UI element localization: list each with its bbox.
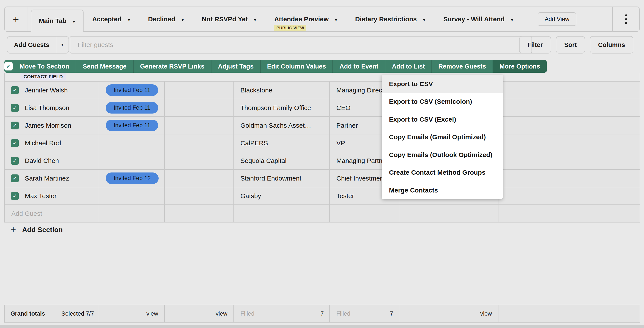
invite-status-cell[interactable]: Invited Feb 11 — [99, 117, 165, 134]
company-cell[interactable]: Stanford Endowment — [234, 170, 330, 187]
chevron-down-icon — [334, 16, 338, 23]
invite-status-cell[interactable] — [99, 152, 165, 169]
guest-management-screen: { "view_tabs": { "add_tab_label": "+", "… — [0, 0, 644, 328]
view-tab[interactable]: Accepted — [84, 7, 140, 31]
title-col-summary[interactable]: Filled 7 — [330, 305, 399, 322]
empty-cell[interactable] — [99, 205, 165, 222]
view-tab-label: Not RSVPd Yet — [202, 16, 248, 23]
invite-status-cell[interactable]: Invited Feb 11 — [99, 99, 165, 116]
add-guests-split-button[interactable]: Add Guests — [7, 36, 69, 54]
guest-name: Sarah Martinez — [25, 175, 69, 182]
view-tab[interactable]: Declined — [140, 7, 193, 31]
add-section-button[interactable]: Add Section — [10, 223, 63, 236]
bulk-action-button[interactable]: Generate RSVP Links — [133, 60, 211, 73]
empty-cell[interactable] — [234, 205, 330, 222]
add-view-button[interactable]: Add View — [538, 12, 576, 26]
invite-status-cell[interactable] — [99, 187, 165, 204]
bulk-action-button[interactable]: Move To Section — [12, 60, 76, 73]
contact-field-chip: CONTACT FIELD — [20, 73, 66, 80]
company-cell[interactable]: Gatsby — [234, 187, 330, 204]
guest-rows: Jennifer Walsh Invited Feb 11 Blackstone… — [5, 82, 640, 205]
bulk-action-button[interactable]: Adjust Tags — [211, 60, 260, 73]
company-col-summary[interactable]: Filled 7 — [234, 305, 330, 322]
empty-cell[interactable] — [330, 205, 399, 222]
empty-cell[interactable] — [165, 82, 234, 99]
company-cell[interactable]: Goldman Sachs Asset… — [234, 117, 330, 134]
add-guests-label[interactable]: Add Guests — [8, 36, 56, 53]
empty-cell[interactable] — [498, 170, 640, 187]
filter-button[interactable]: Filter — [519, 36, 551, 54]
empty-cell[interactable] — [498, 187, 640, 204]
company-cell[interactable]: Blackstone — [234, 82, 330, 99]
empty-cell[interactable] — [399, 205, 498, 222]
add-tab-button[interactable]: + — [5, 7, 28, 31]
bulk-action-button[interactable]: Send Message — [76, 60, 133, 73]
invite-status-cell[interactable]: Invited Feb 11 — [99, 82, 165, 99]
add-guest-cell[interactable]: Add Guest — [5, 205, 99, 222]
row-checkbox[interactable] — [11, 192, 19, 200]
empty-cell[interactable] — [165, 187, 234, 204]
company-cell[interactable]: CalPERS — [234, 134, 330, 152]
guest-name-cell[interactable]: Michael Rod — [5, 134, 99, 152]
empty-cell[interactable] — [498, 117, 640, 134]
view-tab[interactable]: Dietary Restrictions — [346, 7, 434, 31]
menu-item[interactable]: Merge Contacts — [382, 182, 503, 199]
menu-item[interactable]: Export to CSV (Semicolon) — [382, 93, 503, 111]
menu-item[interactable]: Copy Emails (Outlook Optimized) — [382, 146, 503, 164]
view-tab-label: Attendee Preview — [274, 16, 328, 23]
row-checkbox[interactable] — [11, 157, 19, 165]
empty-cell[interactable] — [498, 205, 640, 222]
row-checkbox[interactable] — [11, 122, 19, 130]
empty-cell[interactable] — [165, 205, 234, 222]
guest-name-cell[interactable]: Max Tester — [5, 187, 99, 204]
view-tab[interactable]: Attendee Preview PUBLIC VIEW — [266, 7, 346, 31]
guest-name-cell[interactable]: Sarah Martinez — [5, 170, 99, 187]
invite-status-cell[interactable] — [99, 134, 165, 152]
row-checkbox[interactable] — [11, 104, 19, 112]
company-cell[interactable]: Sequoia Capital — [234, 152, 330, 169]
empty-cell[interactable] — [498, 152, 640, 169]
bulk-action-button[interactable]: More Options — [492, 60, 547, 73]
guest-table: CONTACT FIELD Jennifer Walsh Invited Feb… — [4, 73, 640, 222]
bulk-action-button[interactable]: Add to Event — [332, 60, 385, 73]
guest-name-cell[interactable]: James Morrison — [5, 117, 99, 134]
empty-cell[interactable] — [498, 99, 640, 116]
menu-item[interactable]: Copy Emails (Gmail Optimized) — [382, 128, 503, 146]
company-cell[interactable]: Thompson Family Office — [234, 99, 330, 116]
row-checkbox[interactable] — [11, 174, 19, 182]
columns-button[interactable]: Columns — [590, 36, 633, 54]
empty-cell[interactable] — [165, 134, 234, 152]
guest-name-cell[interactable]: Lisa Thompson — [5, 99, 99, 116]
view-tab[interactable]: Main Tab — [31, 10, 84, 32]
overflow-menu-button[interactable] — [612, 7, 639, 31]
select-all-checkbox[interactable] — [4, 62, 12, 70]
col3-summary[interactable]: view — [165, 305, 234, 322]
bulk-action-button[interactable]: Add to List — [385, 60, 431, 73]
empty-cell[interactable] — [165, 117, 234, 134]
view-tab[interactable]: Survey - Will Attend — [435, 7, 522, 31]
invite-status-cell[interactable]: Invited Feb 12 — [99, 170, 165, 187]
bulk-action-button[interactable]: Edit Column Values — [260, 60, 333, 73]
view-tab[interactable]: Not RSVPd Yet — [193, 7, 266, 31]
invite-col-summary[interactable]: view — [99, 305, 165, 322]
menu-item[interactable]: Export to CSV — [382, 75, 503, 93]
empty-cell[interactable] — [165, 170, 234, 187]
empty-cell[interactable] — [498, 82, 640, 99]
empty-cell[interactable] — [498, 134, 640, 152]
menu-item[interactable]: Export to CSV (Excel) — [382, 110, 503, 128]
bulk-action-button[interactable]: Remove Guests — [432, 60, 492, 73]
row-checkbox[interactable] — [11, 139, 19, 147]
invite-status-badge: Invited Feb 11 — [106, 84, 158, 96]
row-checkbox[interactable] — [11, 86, 19, 94]
col6-summary[interactable]: view — [399, 305, 498, 322]
guest-name-cell[interactable]: David Chen — [5, 152, 99, 169]
guest-name: David Chen — [25, 157, 59, 164]
filter-guests-input[interactable] — [70, 36, 532, 54]
chevron-down-icon — [127, 16, 131, 23]
sort-button[interactable]: Sort — [556, 36, 585, 54]
add-guests-dropdown-button[interactable] — [56, 36, 68, 53]
menu-item[interactable]: Create Contact Method Groups — [382, 164, 503, 182]
guest-name-cell[interactable]: Jennifer Walsh — [5, 82, 99, 99]
empty-cell[interactable] — [165, 99, 234, 116]
empty-cell[interactable] — [165, 152, 234, 169]
